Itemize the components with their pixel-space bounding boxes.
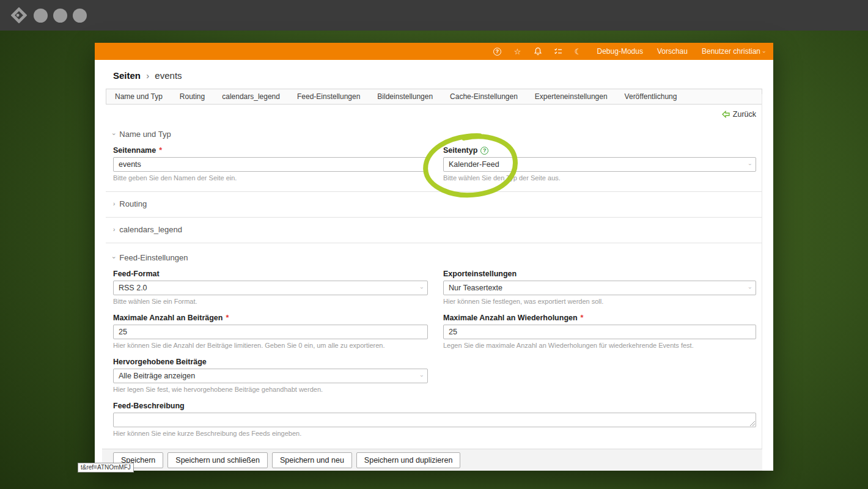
exporteinstellungen-select[interactable]: Nur Teasertexte › xyxy=(443,281,756,295)
field-label: Maximale Anzahl an Beiträgen* xyxy=(113,314,428,322)
section-header-feed-einstellungen[interactable]: › Feed-Einstellungen xyxy=(113,253,756,262)
toolbar-dot xyxy=(34,9,48,23)
save-new-button[interactable]: Speichern und neu xyxy=(272,452,352,468)
seitenname-input[interactable] xyxy=(113,157,428,172)
preview-menu-item[interactable]: Vorschau xyxy=(657,47,688,56)
field-help: Legen Sie die maximale Anzahl an Wiederh… xyxy=(443,342,756,349)
field-help: Hier können Sie die Anzahl der Beiträge … xyxy=(113,342,428,349)
status-url-tooltip: t&ref=ATNOmMFJ xyxy=(78,463,134,472)
save-close-button[interactable]: Speichern und schließen xyxy=(167,452,268,468)
star-icon[interactable]: ☆ xyxy=(513,46,523,56)
field-max-wiederholungen: Maximale Anzahl an Wiederholungen* Legen… xyxy=(443,314,756,349)
form-tabbar: Name und Typ Routing calendars_legend Fe… xyxy=(106,89,762,105)
capture-toolbar xyxy=(0,0,868,31)
field-label: Seitentyp ? xyxy=(443,146,756,155)
field-help: Hier legen Sie fest, wie hervorgehobene … xyxy=(113,386,428,393)
max-beitraege-input[interactable] xyxy=(113,325,428,339)
required-asterisk: * xyxy=(581,314,584,322)
chevron-down-icon: › xyxy=(747,287,753,289)
breadcrumb-root: Seiten xyxy=(113,70,141,81)
back-arrow-icon xyxy=(722,111,730,118)
feed-beschreibung-textarea[interactable] xyxy=(113,413,756,427)
chevron-down-icon: › xyxy=(111,257,117,259)
section-header-routing[interactable]: › Routing xyxy=(113,199,756,208)
save-button-bar: Speichern Speichern und schließen Speich… xyxy=(102,449,762,471)
user-menu[interactable]: Benutzer christian› xyxy=(702,47,765,56)
debug-mode-menu-item[interactable]: Debug-Modus xyxy=(597,47,643,56)
required-asterisk: * xyxy=(159,146,162,155)
feed-format-select[interactable]: RSS 2.0 › xyxy=(113,281,428,295)
field-seitentyp: Seitentyp ? Kalender-Feed › Bitte wählen… xyxy=(443,146,756,182)
field-label: Exporteinstellungen xyxy=(443,270,756,278)
user-menu-label: Benutzer christian xyxy=(702,47,760,56)
selected-value: Kalender-Feed xyxy=(449,160,499,169)
chevron-down-icon: › xyxy=(111,133,117,135)
recorder-logo-icon xyxy=(11,7,27,23)
field-exporteinstellungen: Exporteinstellungen Nur Teasertexte › Hi… xyxy=(443,270,756,305)
field-label: Feed-Format xyxy=(113,270,428,278)
breadcrumb-current: events xyxy=(155,70,182,81)
tab-routing[interactable]: Routing xyxy=(171,89,213,104)
field-hervorgehobene-beitraege: Hervorgehobene Beiträge Alle Beiträge an… xyxy=(113,358,428,393)
question-mark-help-icon[interactable]: ? xyxy=(480,147,488,155)
help-icon[interactable]: ? xyxy=(493,46,502,56)
field-seitenname: Seitenname* Bitte geben Sie den Namen de… xyxy=(113,146,428,182)
selected-value: Nur Teasertexte xyxy=(449,284,502,292)
required-asterisk: * xyxy=(226,314,229,322)
tasks-icon[interactable] xyxy=(553,46,563,56)
tab-veroeffentlichung[interactable]: Veröffentlichung xyxy=(616,89,686,104)
field-help: Hier können Sie eine kurze Beschreibung … xyxy=(113,430,756,437)
moon-icon[interactable]: ☾ xyxy=(573,46,583,56)
tab-experteneinstellungen[interactable]: Experteneinstellungen xyxy=(526,89,616,104)
tab-cache-einstellungen[interactable]: Cache-Einstellungen xyxy=(441,89,526,104)
field-help: Bitte wählen Sie den Typ der Seite aus. xyxy=(443,174,756,182)
seitentyp-select[interactable]: Kalender-Feed › xyxy=(443,157,756,172)
field-help: Bitte wählen Sie ein Format. xyxy=(113,298,428,305)
field-label: Maximale Anzahl an Wiederholungen* xyxy=(443,314,756,322)
field-label: Feed-Beschreibung xyxy=(113,402,756,410)
hervorgehobene-beitraege-select[interactable]: Alle Beiträge anzeigen › xyxy=(113,369,428,383)
field-label: Hervorgehobene Beiträge xyxy=(113,358,428,366)
field-label: Seitenname* xyxy=(113,146,428,155)
chevron-right-icon: › xyxy=(113,200,115,207)
scrollbar-track[interactable] xyxy=(762,94,762,449)
chevron-down-icon: › xyxy=(419,287,425,289)
bell-icon[interactable] xyxy=(533,46,543,56)
selected-value: Alle Beiträge anzeigen xyxy=(119,372,195,380)
field-max-beitraege: Maximale Anzahl an Beiträgen* Hier könne… xyxy=(113,314,428,349)
back-label: Zurück xyxy=(733,110,756,119)
field-feed-beschreibung: Feed-Beschreibung Hier können Sie eine k… xyxy=(113,402,756,437)
field-feed-format: Feed-Format RSS 2.0 › Bitte wählen Sie e… xyxy=(113,270,428,305)
top-module-bar: ? ☆ ☾ Debug-Modus Vorschau Benutzer chri… xyxy=(95,43,773,60)
chevron-down-icon: › xyxy=(747,164,753,166)
tab-feed-einstellungen[interactable]: Feed-Einstellungen xyxy=(289,89,369,104)
section-header-calendars-legend[interactable]: › calendars_legend xyxy=(113,225,756,234)
chevron-down-icon: › xyxy=(761,51,767,53)
desktop-background: ? ☆ ☾ Debug-Modus Vorschau Benutzer chri… xyxy=(0,0,868,489)
section-header-name-und-typ[interactable]: › Name und Typ xyxy=(113,130,756,139)
toolbar-dot xyxy=(53,9,67,23)
tab-calendars-legend[interactable]: calendars_legend xyxy=(213,89,289,104)
toolbar-dot xyxy=(73,9,87,23)
save-duplicate-button[interactable]: Speichern und duplizieren xyxy=(356,452,461,468)
document-area: Seiten › events Name und Typ Routing cal… xyxy=(95,60,773,471)
section-divider xyxy=(106,243,762,243)
breadcrumb-separator: › xyxy=(146,70,149,81)
field-help: Bitte geben Sie den Namen der Seite ein. xyxy=(113,174,428,182)
chevron-right-icon: › xyxy=(113,226,115,233)
tab-name-und-typ[interactable]: Name und Typ xyxy=(106,89,171,104)
selected-value: RSS 2.0 xyxy=(119,284,147,292)
back-button[interactable]: Zurück xyxy=(722,110,756,119)
app-window: ? ☆ ☾ Debug-Modus Vorschau Benutzer chri… xyxy=(95,43,773,471)
breadcrumb: Seiten › events xyxy=(113,60,756,81)
tab-bildeinstellungen[interactable]: Bildeinstellungen xyxy=(369,89,441,104)
max-wiederholungen-input[interactable] xyxy=(443,325,756,339)
field-help: Hier können Sie festlegen, was exportier… xyxy=(443,298,756,305)
chevron-down-icon: › xyxy=(419,375,425,377)
